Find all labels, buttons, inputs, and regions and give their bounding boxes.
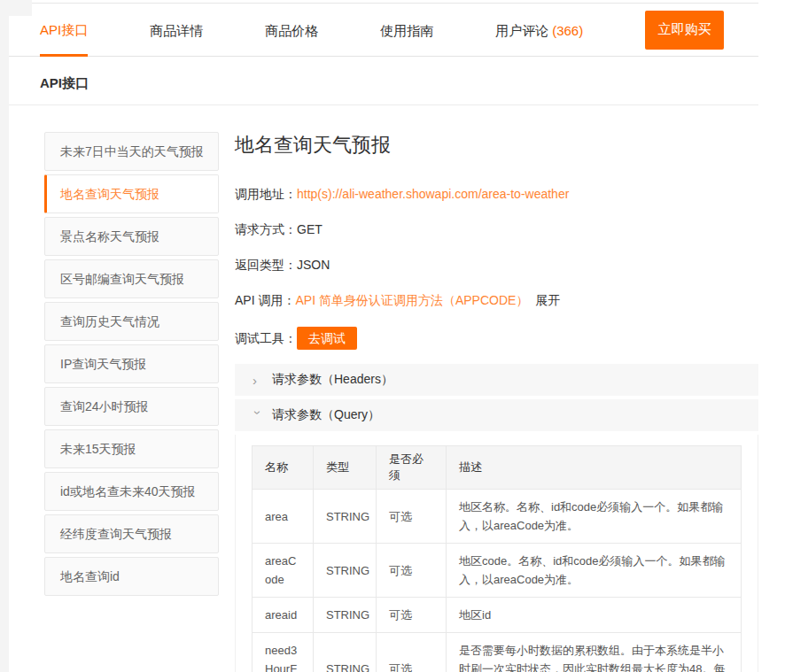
sidebar-item[interactable]: 查询24小时预报 (44, 387, 219, 426)
table-row: need3HourForcastSTRING可选是否需要每小时数据的累积数组。由… (253, 633, 742, 672)
table-cell: areaCode (253, 544, 314, 598)
table-cell: 地区id (447, 598, 742, 633)
table-cell: 地区名称。名称、id和code必须输入一个。如果都输入，以areaCode为准。 (447, 490, 742, 544)
table-cell: 可选 (377, 633, 447, 672)
sidebar-item[interactable]: 未来15天预报 (44, 429, 219, 468)
column-header: 描述 (447, 446, 742, 490)
nav-tab-label: 商品详情 (150, 23, 203, 38)
sidebar-item[interactable]: 未来7日中当天的天气预报 (44, 132, 219, 171)
meta-row: 请求方式：GET (235, 220, 758, 238)
table-cell: need3HourForcast (253, 633, 314, 672)
meta-link[interactable]: API 简单身份认证调用方法（APPCODE） (295, 293, 528, 307)
page-corner-artifact (0, 0, 32, 16)
nav-tab[interactable]: 商品价格 (265, 4, 318, 57)
product-tab-bar: API接口商品详情商品价格使用指南用户评论(366) 立即购买 (0, 4, 758, 57)
table-cell: areaid (253, 598, 314, 633)
nav-tab-label: 商品价格 (265, 23, 318, 38)
table-row: areaSTRING可选地区名称。名称、id和code必须输入一个。如果都输入，… (253, 490, 742, 544)
accordion-header[interactable]: ›请求参数（Query） (235, 399, 758, 431)
accordion-header[interactable]: ›请求参数（Headers） (235, 364, 758, 396)
product-page: API接口商品详情商品价格使用指南用户评论(366) 立即购买 API接口 未来… (0, 3, 758, 672)
accordion-label: 请求参数（Headers） (272, 372, 393, 388)
accordion-panel: 名称类型是否必须描述areaSTRING可选地区名称。名称、id和code必须输… (235, 435, 758, 672)
meta-label: 返回类型： (235, 258, 297, 272)
content-area: 未来7日中当天的天气预报地名查询天气预报景点名称天气预报区号邮编查询天气预报查询… (0, 105, 758, 672)
meta-label: 调试工具： (235, 331, 297, 345)
table-header-row: 名称类型是否必须描述 (253, 446, 742, 490)
table-cell: 可选 (377, 490, 447, 544)
table-cell: STRING (314, 633, 377, 672)
column-header: 类型 (314, 446, 377, 490)
debug-button[interactable]: 去调试 (297, 327, 357, 350)
nav-tab[interactable]: 商品详情 (150, 4, 203, 57)
nav-tab-label: 使用指南 (380, 23, 433, 38)
meta-row: API 调用：API 简单身份认证调用方法（APPCODE）展开 (235, 291, 758, 309)
nav-tabs: API接口商品详情商品价格使用指南用户评论(366) (40, 4, 645, 57)
nav-tab-label: 用户评论 (495, 23, 548, 38)
sidebar-item[interactable]: 地名查询天气预报 (44, 174, 219, 213)
nav-tab[interactable]: 使用指南 (380, 4, 433, 57)
nav-tab[interactable]: 用户评论(366) (495, 4, 583, 57)
page-left-margin (0, 16, 9, 672)
table-row: areaidSTRING可选地区id (253, 598, 742, 633)
meta-row: 返回类型：JSON (235, 256, 758, 274)
column-header: 是否必须 (377, 446, 447, 490)
meta-label: 调用地址： (235, 187, 297, 201)
meta-value: GET (297, 222, 323, 236)
table-cell: 地区code。名称、id和code必须输入一个。如果都输入，以areaCode为… (447, 544, 742, 598)
buy-now-button[interactable]: 立即购买 (645, 11, 724, 50)
nav-tab-label: API接口 (40, 22, 88, 37)
expand-toggle[interactable]: 展开 (535, 293, 560, 307)
param-sections: ›请求参数（Headers）›请求参数（Query）名称类型是否必须描述area… (235, 364, 758, 672)
table-cell: STRING (314, 490, 377, 544)
section-title: API接口 (0, 57, 758, 105)
api-sidebar: 未来7日中当天的天气预报地名查询天气预报景点名称天气预报区号邮编查询天气预报查询… (44, 132, 219, 672)
meta-label: 请求方式： (235, 222, 297, 236)
table-cell: 可选 (377, 544, 447, 598)
meta-row: 调用地址：http(s)://ali-weather.showapi.com/a… (235, 185, 758, 203)
params-table: 名称类型是否必须描述areaSTRING可选地区名称。名称、id和code必须输… (252, 445, 742, 672)
sidebar-item[interactable]: 地名查询id (44, 557, 219, 596)
meta-row: 调试工具：去调试 (235, 327, 758, 350)
meta-label: API 调用： (235, 293, 295, 307)
sidebar-item[interactable]: IP查询天气预报 (44, 344, 219, 383)
chevron-right-icon: › (253, 373, 263, 388)
sidebar-item[interactable]: 经纬度查询天气预报 (44, 514, 219, 553)
table-cell: 是否需要每小时数据的累积数组。由于本系统是半小时刷一次实时状态，因此实时数组最大… (447, 633, 742, 672)
api-title: 地名查询天气预报 (235, 132, 758, 158)
accordion-label: 请求参数（Query） (272, 407, 380, 423)
review-count: (366) (552, 23, 583, 38)
column-header: 名称 (253, 446, 314, 490)
meta-link[interactable]: http(s)://ali-weather.showapi.com/area-t… (297, 187, 569, 201)
table-cell: STRING (314, 598, 377, 633)
sidebar-item[interactable]: 景点名称天气预报 (44, 217, 219, 256)
meta-value: JSON (297, 258, 330, 272)
chevron-down-icon: › (251, 410, 266, 421)
table-row: areaCodeSTRING可选地区code。名称、id和code必须输入一个。… (253, 544, 742, 598)
sidebar-item[interactable]: 查询历史天气情况 (44, 302, 219, 341)
api-meta: 调用地址：http(s)://ali-weather.showapi.com/a… (235, 185, 758, 350)
nav-tab[interactable]: API接口 (40, 4, 88, 57)
table-cell: STRING (314, 544, 377, 598)
table-cell: 可选 (377, 598, 447, 633)
table-cell: area (253, 490, 314, 544)
sidebar-item[interactable]: id或地名查未来40天预报 (44, 472, 219, 511)
api-detail: 地名查询天气预报 调用地址：http(s)://ali-weather.show… (235, 132, 758, 672)
sidebar-item[interactable]: 区号邮编查询天气预报 (44, 259, 219, 298)
